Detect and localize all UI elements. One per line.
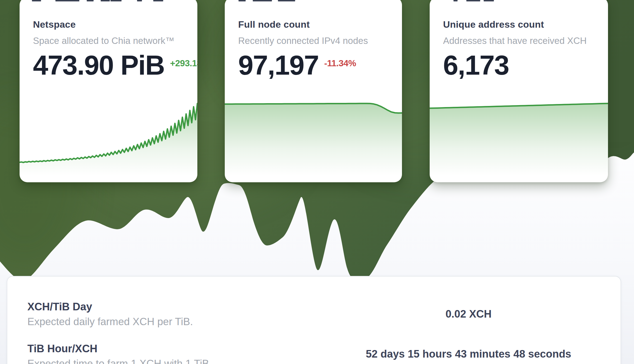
cropped-content-artifact	[430, 0, 608, 1]
unique-address-count-sparkline-chart	[430, 98, 608, 182]
card-value: 473.90 PiB	[33, 51, 164, 80]
metric-value: 0.02 XCH	[301, 308, 634, 320]
farming-metrics-panel: XCH/TiB Day Expected daily farmed XCH pe…	[7, 276, 621, 364]
card-subtitle: Addresses that have received XCH	[443, 36, 595, 46]
metric-row-xch-tib-day: XCH/TiB Day Expected daily farmed XCH pe…	[27, 276, 600, 328]
card-title: Full node count	[238, 19, 389, 30]
card-subtitle: Recently connected IPv4 nodes	[238, 36, 389, 46]
card-value: 97,197	[238, 51, 319, 80]
metric-row-tib-hour-xch: TiB Hour/XCH Expected time to farm 1 XCH…	[27, 342, 600, 364]
cropped-content-artifact	[20, 0, 197, 1]
card-value: 6,173	[443, 51, 509, 80]
change-badge: -11.34%	[324, 58, 356, 68]
stat-card-unique-address-count[interactable]: Unique address count Addresses that have…	[430, 0, 608, 182]
card-title: Unique address count	[443, 19, 595, 30]
full-node-count-sparkline-chart	[225, 98, 402, 182]
netspace-sparkline-chart	[20, 98, 197, 182]
card-subtitle: Space allocated to Chia network™	[33, 36, 184, 46]
metric-value: 52 days 15 hours 43 minutes 48 seconds	[301, 348, 634, 360]
stat-card-netspace[interactable]: Netspace Space allocated to Chia network…	[20, 0, 197, 182]
card-title: Netspace	[33, 19, 184, 30]
change-badge: +293.18%	[170, 58, 197, 68]
page: Netspace Space allocated to Chia network…	[0, 0, 634, 364]
cropped-content-artifact	[225, 0, 402, 1]
stat-card-full-node-count[interactable]: Full node count Recently connected IPv4 …	[225, 0, 402, 182]
